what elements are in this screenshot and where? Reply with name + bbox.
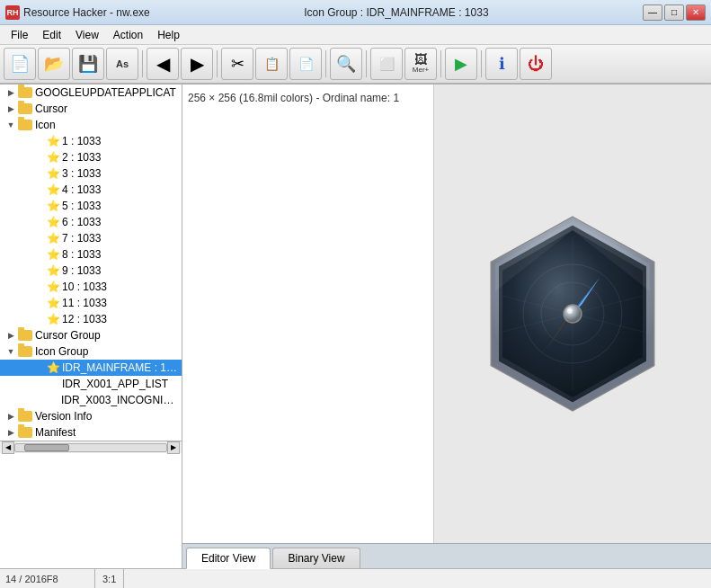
info-button[interactable]: ℹ (485, 48, 518, 80)
tab-binary-view[interactable]: Binary View (272, 548, 360, 568)
tree-label-idr-x003: IDR_X003_INCOGNITO... (61, 394, 178, 406)
menu-action[interactable]: Action (106, 27, 150, 43)
menu-view[interactable]: View (68, 27, 106, 43)
close-button[interactable]: ✕ (686, 4, 706, 21)
scroll-track[interactable] (14, 443, 167, 452)
scroll-left-btn[interactable]: ◀ (2, 441, 14, 454)
cut-button[interactable]: ✂ (221, 48, 253, 80)
tree-item-version-info[interactable]: ▶ Version Info (0, 408, 182, 424)
minimize-button[interactable]: — (643, 4, 662, 21)
tree-label: 2 : 1033 (62, 151, 101, 164)
tree-item-icon-11[interactable]: ⭐ 11 : 1033 (0, 295, 182, 311)
title-left: RH Resource Hacker - nw.exe (5, 5, 150, 20)
title-buttons: — □ ✕ (643, 4, 706, 21)
tree-item-icon[interactable]: ▼ Icon (0, 117, 182, 133)
sep4 (366, 50, 367, 77)
svg-point-13 (567, 308, 573, 314)
menu-file[interactable]: File (4, 27, 35, 43)
folder-icon (18, 120, 32, 130)
run-button[interactable]: ▶ (445, 48, 477, 80)
toggle-manifest[interactable]: ▶ (4, 425, 18, 440)
maximize-button[interactable]: □ (664, 4, 684, 21)
star-icon: ⭐ (47, 248, 59, 261)
toggle-version-info[interactable]: ▶ (4, 409, 18, 423)
folder-icon (18, 411, 32, 422)
folder-icon (18, 346, 32, 357)
tree-item-icon-2[interactable]: ⭐ 2 : 1033 (0, 149, 182, 165)
toggle-icon-group[interactable]: ▼ (4, 344, 18, 359)
app-logo: RH (5, 5, 20, 20)
toggle-icon[interactable]: ▼ (4, 118, 18, 132)
tree-label: 11 : 1033 (62, 297, 107, 309)
save-button[interactable]: 💾 (72, 48, 104, 80)
tree-item-icon-6[interactable]: ⭐ 6 : 1033 (0, 214, 182, 230)
tree-label: 3 : 1033 (62, 167, 101, 180)
image-info: 256 × 256 (16.8mil colors) - Ordinal nam… (186, 88, 430, 108)
star-icon: ⭐ (47, 232, 59, 245)
scroll-thumb[interactable] (24, 444, 69, 451)
star-icon: ⭐ (47, 135, 59, 147)
add-resource-button[interactable]: ⬜ (370, 48, 403, 80)
tree-item-idr-x003[interactable]: IDR_X003_INCOGNITO... (0, 392, 182, 408)
dialog-merge-button[interactable]: 🖼 Mer+ (404, 48, 437, 80)
paste-button[interactable]: 📄 (289, 48, 322, 80)
status-bar: 14 / 2016F8 3:1 (0, 568, 711, 588)
star-icon: ⭐ (47, 297, 59, 309)
tree-label-icon: Icon (35, 119, 56, 131)
new-button[interactable]: 📄 (4, 48, 36, 80)
menu-help[interactable]: Help (150, 27, 187, 43)
title-right-text: Icon Group : IDR_MAINFRAME : 1033 (304, 6, 488, 19)
tree-label-manifest: Manifest (35, 426, 76, 439)
tree-label-cursor: Cursor (35, 102, 67, 115)
tree-label: GOOGLEUPDATEAPPLICAT (35, 86, 176, 99)
tree-label: 8 : 1033 (62, 248, 101, 261)
copy-button[interactable]: 📋 (255, 48, 288, 80)
tree-item-manifest[interactable]: ▶ Manifest (0, 424, 182, 441)
tree-item-icon-1[interactable]: ⭐ 1 : 1033 (0, 133, 182, 149)
tree-item-googleupdate[interactable]: ▶ GOOGLEUPDATEAPPLICAT (0, 85, 182, 101)
sep3 (325, 50, 326, 77)
tree-item-cursor[interactable]: ▶ Cursor (0, 101, 182, 117)
tab-editor-view[interactable]: Editor View (186, 548, 271, 569)
toggle-cursor[interactable]: ▶ (4, 102, 18, 116)
tree-item-icon-10[interactable]: ⭐ 10 : 1033 (0, 279, 182, 295)
tree-horizontal-scrollbar[interactable]: ◀ ▶ (0, 441, 182, 453)
tree-item-idr-mainframe[interactable]: ⭐ IDR_MAINFRAME : 10... (0, 360, 182, 376)
find-button[interactable]: 🔍 (330, 48, 362, 80)
text-panel: 256 × 256 (16.8mil colors) - Ordinal nam… (182, 85, 434, 543)
toggle-googleupdate[interactable]: ▶ (4, 85, 18, 100)
main-content: ▶ GOOGLEUPDATEAPPLICAT ▶ Cursor ▼ Icon ⭐… (0, 85, 711, 568)
folder-icon (18, 330, 32, 341)
tree-item-icon-12[interactable]: ⭐ 12 : 1033 (0, 311, 182, 327)
tree-item-icon-7[interactable]: ⭐ 7 : 1033 (0, 230, 182, 246)
menu-edit[interactable]: Edit (35, 27, 68, 43)
tree-item-idr-x001[interactable]: IDR_X001_APP_LIST (0, 376, 182, 392)
tree-item-cursor-group[interactable]: ▶ Cursor Group (0, 327, 182, 343)
tree-label-cursor-group: Cursor Group (35, 329, 101, 342)
tree-item-icon-group[interactable]: ▼ Icon Group (0, 343, 182, 360)
tree-item-icon-5[interactable]: ⭐ 5 : 1033 (0, 198, 182, 214)
star-icon: ⭐ (47, 281, 59, 293)
save-as-button[interactable]: As (106, 48, 138, 80)
status-position: 14 / 2016F8 (5, 569, 95, 588)
open-button[interactable]: 📂 (38, 48, 70, 80)
title-text: Resource Hacker - nw.exe (23, 6, 150, 19)
tree-item-icon-4[interactable]: ⭐ 4 : 1033 (0, 182, 182, 198)
folder-icon (18, 103, 32, 114)
tree-label: 4 : 1033 (62, 183, 101, 196)
stop-button[interactable]: ⏻ (520, 48, 552, 80)
tree-item-icon-8[interactable]: ⭐ 8 : 1033 (0, 246, 182, 263)
scroll-right-btn[interactable]: ▶ (167, 441, 180, 454)
status-coordinates: 3:1 (95, 569, 124, 588)
folder-icon (18, 87, 32, 98)
tree-label: 6 : 1033 (62, 216, 101, 228)
star-icon: ⭐ (47, 151, 59, 164)
forward-button[interactable]: ▶ (181, 48, 213, 80)
tree-label: 1 : 1033 (62, 135, 101, 147)
sep6 (481, 50, 482, 77)
tree-item-icon-9[interactable]: ⭐ 9 : 1033 (0, 263, 182, 279)
back-button[interactable]: ◀ (147, 48, 179, 80)
tree-item-icon-3[interactable]: ⭐ 3 : 1033 (0, 165, 182, 182)
toggle-cursor-group[interactable]: ▶ (4, 328, 18, 343)
content-area: 256 × 256 (16.8mil colors) - Ordinal nam… (182, 85, 711, 543)
